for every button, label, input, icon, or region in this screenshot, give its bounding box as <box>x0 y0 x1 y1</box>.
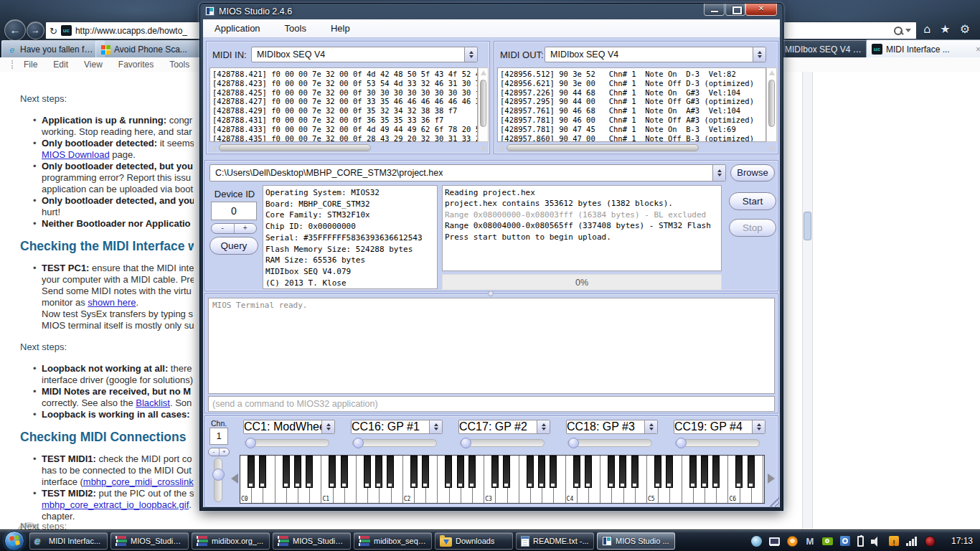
spinner-icon[interactable] <box>712 165 725 181</box>
battery-icon[interactable] <box>857 536 864 547</box>
cc-select[interactable]: CC1: ModWheel <box>243 420 335 434</box>
piano-black-key[interactable] <box>341 456 348 488</box>
piano-black-key[interactable] <box>410 456 418 488</box>
piano-black-key[interactable] <box>294 456 301 488</box>
cc-select[interactable]: CC17: GP #2 <box>458 420 550 434</box>
browser-tab[interactable]: MIDI Interface ... × <box>866 39 980 58</box>
favorites-star-icon[interactable]: ★ <box>940 22 950 37</box>
piano-black-key[interactable] <box>538 456 545 488</box>
piano-black-key[interactable] <box>283 456 290 488</box>
minimize-button[interactable] <box>704 4 725 16</box>
spinner-icon[interactable] <box>537 420 550 433</box>
query-button[interactable]: Query <box>209 237 258 255</box>
menu-item[interactable]: View <box>84 60 103 70</box>
cc-slider[interactable] <box>567 439 652 447</box>
piano-black-key[interactable] <box>666 456 673 488</box>
scroll-left-icon[interactable] <box>499 146 504 151</box>
content-link[interactable]: MIOS Download <box>42 149 110 160</box>
content-link[interactable]: Blacklist <box>136 397 170 408</box>
browser-address-bar[interactable]: http://www.ucapps.de/howto_ <box>45 22 219 39</box>
terminal-command-input[interactable] <box>208 396 775 412</box>
slider-thumb[interactable] <box>353 438 364 448</box>
piano-black-key[interactable] <box>364 456 371 488</box>
taskbar-button[interactable]: Downloads <box>435 532 513 550</box>
piano-black-key[interactable] <box>735 456 743 488</box>
maximize-button[interactable] <box>725 4 745 16</box>
scroll-right-icon[interactable] <box>771 146 776 151</box>
spinner-icon[interactable] <box>321 420 334 433</box>
piano-black-key[interactable] <box>306 456 313 488</box>
piano-black-key[interactable] <box>527 456 534 488</box>
content-link[interactable]: shown here <box>88 297 136 308</box>
piano-black-key[interactable] <box>608 456 615 488</box>
scroll-up-icon[interactable] <box>769 70 775 75</box>
app-disc-icon[interactable] <box>751 536 762 547</box>
start-button[interactable]: Start <box>729 192 776 210</box>
slider-thumb[interactable] <box>676 438 687 448</box>
menu-item[interactable]: File <box>24 60 37 70</box>
device-id-field[interactable]: 0 <box>211 202 257 220</box>
slider-thumb[interactable] <box>461 438 471 448</box>
taskbar-button[interactable]: midibox.org_... <box>192 532 270 550</box>
home-icon[interactable]: ⌂ <box>923 22 930 37</box>
cc-select[interactable]: CC16: GP #1 <box>351 420 443 434</box>
browser-back-button[interactable]: ← <box>4 19 26 41</box>
close-button[interactable] <box>745 4 777 16</box>
spinner-icon[interactable] <box>752 420 765 433</box>
piano-black-key[interactable] <box>585 456 592 488</box>
piano-black-key[interactable] <box>631 456 639 488</box>
decrement-button[interactable]: - <box>209 448 219 456</box>
nvidia-icon[interactable] <box>822 537 833 545</box>
slider-thumb[interactable] <box>212 468 225 481</box>
browser-tab[interactable]: Have you fallen fo... <box>1 40 105 58</box>
keyboard-scroll-left-icon[interactable] <box>231 474 238 484</box>
piano-black-key[interactable] <box>701 456 708 488</box>
decrement-button[interactable]: - <box>212 224 234 233</box>
menu-item[interactable]: Tools <box>285 23 306 34</box>
piano-black-key[interactable] <box>573 456 580 488</box>
midi-in-vscrollbar[interactable] <box>478 67 489 142</box>
taskbar-button[interactable]: MIOS_Studio... <box>110 532 189 550</box>
channel-field[interactable]: 1 <box>209 428 228 445</box>
hex-file-path-select[interactable]: C:\Users\Dell\Desktop\MBHP_CORE_STM32\pr… <box>209 164 726 182</box>
taskbar-button[interactable]: MIDI Interfac... <box>29 532 108 550</box>
piano-black-key[interactable] <box>248 456 255 488</box>
browse-button[interactable]: Browse <box>730 164 775 182</box>
piano-black-key[interactable] <box>712 456 720 488</box>
cc-select[interactable]: CC19: GP #4 <box>674 420 765 434</box>
menu-item[interactable]: Edit <box>53 60 68 70</box>
piano-black-key[interactable] <box>457 456 464 488</box>
taskbar-button[interactable]: midibox_seq_... <box>354 532 432 550</box>
piano-black-key[interactable] <box>375 456 382 488</box>
taskbar-button[interactable]: README.txt -... <box>516 532 594 550</box>
piano-black-key[interactable] <box>654 456 661 488</box>
settings-gear-icon[interactable]: ⚙ <box>960 22 970 37</box>
slider-thumb[interactable] <box>568 438 579 448</box>
scrollbar-thumb[interactable] <box>507 144 699 151</box>
cc-slider[interactable] <box>460 439 545 447</box>
spinner-icon[interactable] <box>753 47 765 62</box>
volume-icon[interactable] <box>871 536 882 547</box>
browser-tab[interactable]: MIDIbox SEQ V4 U... <box>779 40 876 58</box>
piano-black-key[interactable] <box>748 456 755 488</box>
slider-thumb[interactable] <box>245 438 256 448</box>
red-app-icon[interactable] <box>925 536 936 547</box>
menu-item[interactable]: Tools <box>169 60 189 70</box>
m-app-icon[interactable] <box>805 536 815 547</box>
menu-item[interactable]: Favorites <box>118 60 154 70</box>
frame-scrollbar-thumb[interactable] <box>804 212 811 240</box>
midi-out-hscrollbar[interactable] <box>497 143 777 154</box>
scroll-up-icon[interactable] <box>481 70 486 75</box>
cc-slider[interactable] <box>352 439 437 447</box>
spinner-icon[interactable] <box>429 420 442 433</box>
taskbar-button[interactable]: MIOS Studio ... <box>597 532 675 550</box>
search-dropdown-icon[interactable] <box>905 29 911 32</box>
cc-slider[interactable] <box>675 439 760 447</box>
increment-button[interactable]: + <box>219 448 230 456</box>
scrollbar-thumb[interactable] <box>219 144 371 151</box>
piano-black-key[interactable] <box>503 456 510 488</box>
taskbar-button[interactable]: MIOS_Studio... <box>273 532 351 550</box>
browser-tab[interactable]: Avoid Phone Sca... <box>95 40 205 58</box>
piano-black-key[interactable] <box>259 456 266 488</box>
cc-slider[interactable] <box>245 439 329 447</box>
